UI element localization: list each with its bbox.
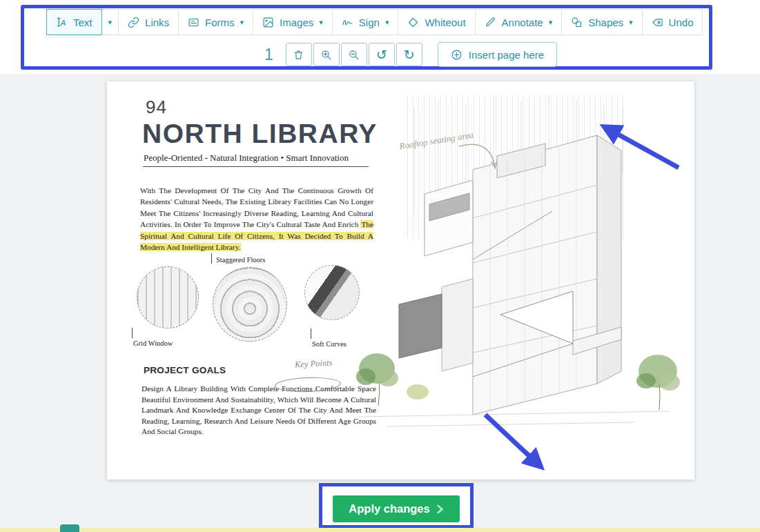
staggered-floors-label: Staggered Floors [216, 256, 265, 264]
toolbar-highlight-box: A Text ▾ Links Forms ▾ Images ▾ Sign ▾ W [21, 5, 712, 70]
pdf-page-canvas[interactable]: 94 NORTH LIBRARY People-Oriented - Natur… [107, 81, 694, 480]
annotate-button-label: Annotate [502, 17, 543, 28]
zoom-out-button[interactable] [341, 43, 367, 66]
staggered-floors-photo [213, 267, 287, 342]
subtitle-underline [143, 166, 369, 167]
rotate-left-icon: ↺ [376, 48, 387, 61]
soft-curves-label: Soft Curves [312, 340, 347, 348]
delete-page-button[interactable] [286, 43, 312, 66]
chevron-down-icon: ▾ [629, 18, 633, 27]
annotate-button[interactable]: Annotate ▾ [475, 9, 563, 35]
soft-curves-tick [311, 328, 311, 339]
intro-text: With The Development Of The City And The… [140, 186, 373, 228]
grid-window-label: Grid Window [133, 339, 173, 347]
chevron-right-icon [436, 504, 444, 514]
text-icon: A [56, 17, 68, 28]
intro-paragraph: With The Development Of The City And The… [140, 185, 373, 253]
building-sketch-drawing [345, 87, 690, 475]
images-button-label: Images [280, 17, 313, 28]
current-page-number: 1 [264, 46, 273, 64]
toolbar-main-row: A Text ▾ Links Forms ▾ Images ▾ Sign ▾ W [46, 9, 709, 35]
images-button[interactable]: Images ▾ [253, 9, 333, 35]
rotate-left-button[interactable]: ↺ [369, 43, 395, 66]
trash-icon [293, 49, 304, 61]
document-subtitle: People-Oriented - Natural Integration • … [144, 152, 349, 164]
document-title: NORTH LIBRARY [142, 119, 378, 149]
rotate-right-button[interactable]: ↻ [396, 43, 422, 66]
shapes-button-label: Shapes [588, 17, 623, 28]
forms-button[interactable]: Forms ▾ [178, 9, 253, 35]
whiteout-button[interactable]: Whiteout [398, 9, 475, 35]
zoom-out-icon [348, 49, 360, 61]
whiteout-icon [407, 17, 419, 28]
svg-text:A: A [60, 18, 66, 26]
rotate-right-icon: ↻ [404, 48, 415, 61]
key-points-note: Key Points [295, 358, 333, 371]
bottom-yellow-strip [0, 528, 760, 532]
shapes-icon [571, 17, 583, 28]
undo-backspace-icon [652, 17, 663, 28]
grid-window-photo [137, 266, 199, 328]
chevron-down-icon: ▾ [319, 18, 323, 27]
images-icon [262, 17, 274, 28]
plus-circle-icon [451, 49, 462, 61]
link-icon [128, 17, 139, 28]
zoom-in-button[interactable] [313, 43, 340, 66]
links-button[interactable]: Links [118, 9, 179, 35]
staggered-floors-tick [211, 253, 212, 264]
grid-window-tick [132, 328, 133, 338]
chevron-down-icon: ▾ [108, 18, 113, 27]
links-button-label: Links [145, 17, 169, 28]
document-page-number: 94 [146, 97, 167, 118]
sign-button[interactable]: Sign ▾ [332, 9, 399, 35]
text-dropdown-button[interactable]: ▾ [101, 9, 119, 35]
undo-button-label: Undo [669, 17, 694, 28]
building-sketch: Rooftop seating area [345, 87, 690, 475]
text-button-label: Text [73, 17, 92, 28]
shapes-button[interactable]: Shapes ▾ [561, 9, 642, 35]
sign-button-label: Sign [359, 17, 380, 28]
bottom-left-widget[interactable] [60, 524, 79, 532]
project-goals-heading: PROJECT GOALS [144, 365, 226, 375]
chevron-down-icon: ▾ [549, 18, 553, 27]
forms-icon [188, 17, 199, 28]
chevron-down-icon: ▾ [385, 18, 389, 27]
goals-paragraph: Design A Library Building With Complete … [142, 384, 376, 437]
apply-highlight-box: Apply changes [319, 483, 474, 529]
insert-page-label: Insert page here [469, 49, 544, 61]
annotate-pen-icon [485, 17, 496, 28]
apply-changes-label: Apply changes [349, 502, 429, 515]
whiteout-button-label: Whiteout [425, 17, 465, 28]
sign-icon [342, 17, 353, 28]
text-button[interactable]: A Text [46, 9, 102, 35]
forms-button-label: Forms [205, 17, 235, 28]
apply-changes-button[interactable]: Apply changes [333, 495, 460, 522]
chevron-down-icon: ▾ [240, 18, 244, 27]
insert-page-button[interactable]: Insert page here [438, 42, 557, 67]
zoom-in-icon [320, 49, 332, 61]
page-controls-row: 1 ↺ ↻ Insert page here [264, 42, 709, 67]
undo-button[interactable]: Undo [642, 9, 703, 35]
